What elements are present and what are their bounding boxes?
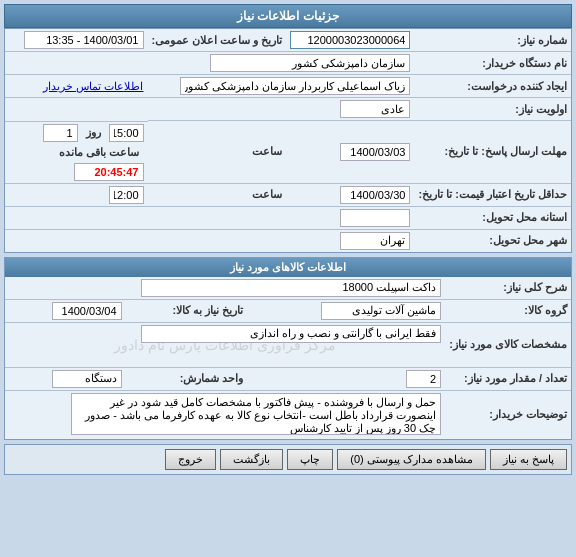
bottom-buttons-bar: پاسخ به نیاز مشاهده مدارک پیوستی (0) چاپ… (4, 444, 572, 475)
description-textarea[interactable] (71, 393, 441, 435)
exit-button[interactable]: خروج (165, 449, 216, 470)
date-time-label: تاریخ و ساعت اعلان عمومی: (148, 29, 287, 52)
description-label: توضیحات خریدار: (445, 390, 571, 439)
contract-date-cell (286, 183, 414, 206)
send-time-input[interactable] (109, 124, 144, 142)
quantity-label: تعداد / مقدار مورد نیاز: (445, 367, 571, 390)
contract-date-label: حداقل تاریخ اعتبار قیمت: تا تاریخ: (414, 183, 571, 206)
send-date-label: مهلت ارسال پاسخ: تا تاریخ: (414, 121, 571, 184)
send-remaining-input[interactable] (74, 163, 144, 181)
goods-info-table: شرح کلی نیاز: گروه کالا: تاریخ نیاز به ک… (5, 277, 571, 439)
general-desc-cell (5, 277, 445, 300)
creator-link-cell: اطلاعات تماس خریدار (5, 75, 148, 98)
delivery-place-label: استانه محل تحویل: (414, 206, 571, 229)
send-days-input[interactable] (43, 124, 78, 142)
creator-link[interactable]: اطلاعات تماس خریدار (43, 80, 143, 92)
delivery-city-label: شهر محل تحویل: (414, 229, 571, 252)
priority-label: اولویت نیاز: (414, 98, 571, 121)
goods-section: اطلاعات کالاهای مورد نیاز شرح کلی نیاز: … (4, 257, 572, 440)
need-info-section: شماره نیاز: تاریخ و ساعت اعلان عمومی: نا… (4, 28, 572, 253)
goods-date-cell (5, 299, 126, 322)
delivery-place-input[interactable] (340, 209, 410, 227)
general-desc-label: شرح کلی نیاز: (445, 277, 571, 300)
send-date-input[interactable] (340, 143, 410, 161)
priority-input[interactable] (340, 100, 410, 118)
contract-time-input[interactable] (109, 186, 144, 204)
send-remaining-label: ساعت باقی مانده (59, 146, 139, 159)
goods-date-input[interactable] (52, 302, 122, 320)
page-header: جزئیات اطلاعات نیاز (4, 4, 572, 28)
general-desc-input[interactable] (141, 279, 441, 297)
unit-input[interactable] (52, 370, 122, 388)
creator-input[interactable] (180, 77, 410, 95)
unit-cell (5, 367, 126, 390)
buyer-device-label: نام دستگاه خریدار: (414, 52, 571, 75)
need-info-table: شماره نیاز: تاریخ و ساعت اعلان عمومی: نا… (5, 29, 571, 252)
page-title: جزئیات اطلاعات نیاز (237, 9, 339, 23)
delivery-city-input[interactable] (340, 232, 410, 250)
need-number-label: شماره نیاز: (414, 29, 571, 52)
quantity-input[interactable] (406, 370, 441, 388)
date-time-cell (5, 29, 148, 52)
creator-label: ایجاد کننده درخواست: (414, 75, 571, 98)
goods-specs-label: مشخصات کالای مورد نیاز: (445, 322, 571, 367)
creator-cell (148, 75, 415, 98)
goods-date-label: تاریخ نیاز به کالا: (126, 299, 248, 322)
send-date-cell (286, 121, 414, 184)
view-attachments-button[interactable]: مشاهده مدارک پیوستی (0) (337, 449, 486, 470)
send-time-label: ساعت (148, 121, 287, 184)
need-number-cell (286, 29, 414, 52)
send-days-label: روز (86, 126, 101, 139)
send-time-cell: روز ساعت باقی مانده (5, 121, 148, 183)
goods-specs-input[interactable] (141, 325, 441, 343)
need-number-input[interactable] (290, 31, 410, 49)
quantity-cell (247, 367, 445, 390)
contract-date-input[interactable] (340, 186, 410, 204)
goods-group-input[interactable] (321, 302, 441, 320)
description-cell (5, 390, 445, 439)
goods-section-title: اطلاعات کالاهای مورد نیاز (5, 258, 571, 277)
reply-button[interactable]: پاسخ به نیاز (490, 449, 567, 470)
print-button[interactable]: چاپ (287, 449, 333, 470)
refresh-button[interactable]: بازگشت (220, 449, 283, 470)
goods-group-label: گروه کالا: (445, 299, 571, 322)
delivery-city-cell (5, 229, 414, 252)
date-time-input[interactable] (24, 31, 144, 49)
contract-time-label: ساعت (148, 183, 287, 206)
contract-time-cell (5, 183, 148, 206)
delivery-place-cell (5, 206, 414, 229)
priority-cell (5, 98, 414, 121)
goods-group-cell (247, 299, 445, 322)
unit-label: واحد شمارش: (126, 367, 248, 390)
goods-specs-cell: مرکز فرآوری اطلاعات پارس نام دادور (5, 322, 445, 367)
buyer-device-cell (5, 52, 414, 75)
buyer-device-input[interactable] (210, 54, 410, 72)
